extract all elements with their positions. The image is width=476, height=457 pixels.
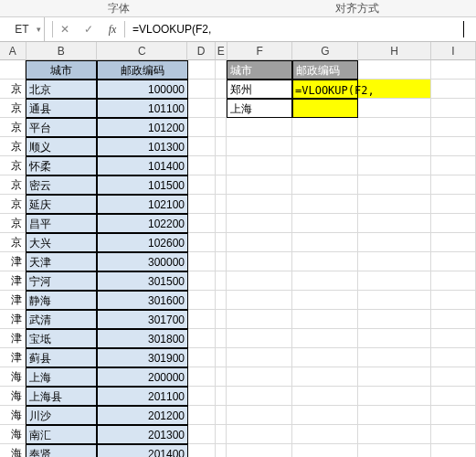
cell-a[interactable]: 津 xyxy=(0,291,26,310)
cell[interactable] xyxy=(358,214,431,233)
left-city[interactable]: 宝坻 xyxy=(26,329,97,348)
cell[interactable] xyxy=(292,118,358,137)
left-city[interactable]: 延庆 xyxy=(26,195,97,214)
left-city[interactable]: 平台 xyxy=(26,118,97,137)
cell-a[interactable]: 海 xyxy=(0,425,26,444)
cell[interactable] xyxy=(292,444,358,457)
cell[interactable] xyxy=(431,214,476,233)
cell[interactable] xyxy=(227,271,292,291)
cell-a[interactable]: 海 xyxy=(0,367,26,387)
cell[interactable] xyxy=(358,444,431,457)
cell[interactable] xyxy=(431,444,476,457)
left-city[interactable]: 北京 xyxy=(26,80,97,99)
left-city[interactable]: 昌平 xyxy=(26,214,97,233)
name-box-dropdown-icon[interactable]: ▾ xyxy=(37,25,41,34)
left-city[interactable]: 怀柔 xyxy=(26,156,97,175)
col-header-g[interactable]: G xyxy=(292,42,358,60)
cell[interactable] xyxy=(188,271,216,291)
cell[interactable] xyxy=(227,444,292,457)
cell[interactable] xyxy=(431,271,476,291)
cell[interactable] xyxy=(358,348,431,367)
left-city[interactable]: 静海 xyxy=(26,291,97,310)
cell-a[interactable]: 津 xyxy=(0,252,26,271)
cell[interactable] xyxy=(358,175,431,195)
cell[interactable] xyxy=(227,156,292,175)
col-header-h[interactable]: H xyxy=(358,42,431,60)
cell[interactable] xyxy=(188,444,216,457)
left-zip[interactable]: 201200 xyxy=(97,406,188,425)
left-zip[interactable]: 102100 xyxy=(97,195,188,214)
cell[interactable] xyxy=(227,367,292,387)
cell[interactable] xyxy=(188,175,216,195)
cell[interactable] xyxy=(188,252,216,271)
left-zip[interactable]: 100000 xyxy=(97,80,188,99)
left-city[interactable]: 奉贤 xyxy=(26,444,97,457)
cell-a[interactable]: 京 xyxy=(0,214,26,233)
cell[interactable] xyxy=(188,406,216,425)
cell[interactable] xyxy=(188,118,216,137)
cell[interactable] xyxy=(216,271,227,291)
cell[interactable] xyxy=(227,252,292,271)
cell[interactable] xyxy=(431,137,476,156)
cell[interactable] xyxy=(431,252,476,271)
cell[interactable] xyxy=(0,60,26,80)
cell[interactable] xyxy=(227,348,292,367)
cell-a[interactable]: 京 xyxy=(0,195,26,214)
left-city[interactable]: 通县 xyxy=(26,99,97,118)
cell[interactable] xyxy=(358,329,431,348)
left-city[interactable]: 上海县 xyxy=(26,387,97,406)
col-header-f[interactable]: F xyxy=(227,42,293,60)
cell[interactable] xyxy=(227,195,292,214)
left-city[interactable]: 南汇 xyxy=(26,425,97,444)
name-box[interactable]: ET ▾ xyxy=(0,17,45,41)
cell[interactable] xyxy=(216,60,227,80)
cell-a[interactable]: 京 xyxy=(0,156,26,175)
cell[interactable] xyxy=(216,80,227,99)
cell[interactable] xyxy=(188,195,216,214)
cell-a[interactable]: 津 xyxy=(0,310,26,329)
formula-accept-button[interactable]: ✓ xyxy=(77,17,100,41)
left-city[interactable]: 顺义 xyxy=(26,137,97,156)
cell[interactable] xyxy=(188,310,216,329)
cell[interactable] xyxy=(358,271,431,291)
cell[interactable] xyxy=(358,99,431,118)
left-city[interactable]: 蓟县 xyxy=(26,348,97,367)
cell[interactable] xyxy=(431,195,476,214)
cell[interactable] xyxy=(216,310,227,329)
cell[interactable] xyxy=(292,156,358,175)
cell[interactable] xyxy=(358,195,431,214)
cell[interactable] xyxy=(216,291,227,310)
cell-a[interactable]: 京 xyxy=(0,137,26,156)
cell[interactable] xyxy=(188,425,216,444)
col-header-d[interactable]: D xyxy=(187,42,215,60)
cell[interactable] xyxy=(358,252,431,271)
cell[interactable] xyxy=(292,137,358,156)
cell[interactable] xyxy=(431,233,476,252)
cell[interactable] xyxy=(188,156,216,175)
left-zip[interactable]: 201300 xyxy=(97,425,188,444)
cell[interactable] xyxy=(227,425,292,444)
left-city[interactable]: 上海 xyxy=(26,367,97,387)
cell[interactable] xyxy=(188,137,216,156)
left-zip[interactable]: 301900 xyxy=(97,348,188,367)
cell-a[interactable]: 京 xyxy=(0,80,26,99)
cell[interactable] xyxy=(216,444,227,457)
left-zip[interactable]: 301800 xyxy=(97,329,188,348)
cell-a[interactable]: 海 xyxy=(0,444,26,457)
cell[interactable] xyxy=(292,348,358,367)
cell-editing[interactable]: =VLOOKUP(F2, xyxy=(292,80,358,99)
cell[interactable] xyxy=(431,291,476,310)
cell[interactable] xyxy=(188,99,216,118)
cell[interactable] xyxy=(431,348,476,367)
col-header-c[interactable]: C xyxy=(97,42,187,60)
cell[interactable] xyxy=(292,175,358,195)
cell[interactable] xyxy=(227,137,292,156)
column-headers[interactable]: A B C D E F G H I xyxy=(0,42,476,60)
cell[interactable] xyxy=(358,118,431,137)
cell[interactable] xyxy=(358,387,431,406)
cell-a[interactable]: 津 xyxy=(0,348,26,367)
cell[interactable] xyxy=(216,252,227,271)
left-zip[interactable]: 101300 xyxy=(97,137,188,156)
col-header-a[interactable]: A xyxy=(0,42,26,60)
col-header-i[interactable]: I xyxy=(431,42,476,60)
